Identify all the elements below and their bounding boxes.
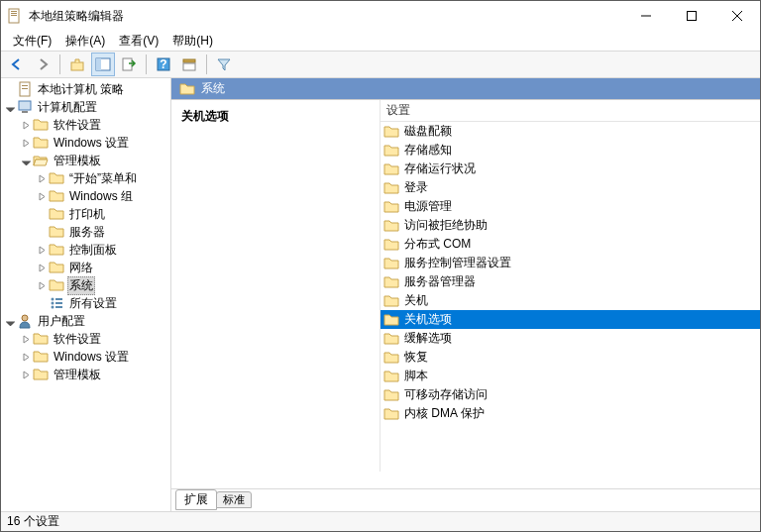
folder-icon bbox=[383, 237, 399, 253]
filter-button[interactable] bbox=[212, 53, 236, 76]
toolbar-separator bbox=[206, 54, 207, 74]
tree-computer-config[interactable]: 计算机配置 bbox=[1, 98, 171, 116]
list-item[interactable]: 关机选项 bbox=[380, 310, 760, 329]
window-title: 本地组策略编辑器 bbox=[29, 8, 623, 25]
list-item[interactable]: 服务器管理器 bbox=[380, 272, 760, 291]
path-bar: 系统 bbox=[171, 78, 760, 100]
tree-control-panel[interactable]: 控制面板 bbox=[1, 241, 171, 259]
tab-standard[interactable]: 标准 bbox=[216, 491, 252, 508]
tab-extended[interactable]: 扩展 bbox=[175, 489, 217, 510]
nav-back-button[interactable] bbox=[5, 53, 29, 76]
list-item[interactable]: 磁盘配额 bbox=[380, 122, 760, 141]
list-item[interactable]: 存储感知 bbox=[380, 141, 760, 160]
folder-icon bbox=[33, 349, 49, 365]
tree-admin-templates[interactable]: 管理模板 bbox=[1, 152, 171, 169]
tree-servers[interactable]: 服务器 bbox=[1, 223, 171, 241]
list-item[interactable]: 电源管理 bbox=[380, 197, 760, 216]
svg-rect-8 bbox=[71, 62, 83, 70]
settings-list[interactable]: 磁盘配额存储感知存储运行状况登录电源管理访问被拒绝协助分布式 COM服务控制管理… bbox=[380, 122, 760, 472]
close-button[interactable] bbox=[714, 1, 760, 31]
show-hide-tree-button[interactable] bbox=[91, 53, 115, 76]
folder-icon bbox=[179, 81, 195, 97]
svg-rect-5 bbox=[688, 12, 697, 21]
folder-icon bbox=[383, 124, 399, 140]
menu-bar: 文件(F) 操作(A) 查看(V) 帮助(H) bbox=[1, 31, 760, 51]
maximize-button[interactable] bbox=[669, 1, 714, 31]
svg-rect-24 bbox=[55, 302, 62, 304]
list-item[interactable]: 内核 DMA 保护 bbox=[380, 404, 760, 423]
folder-icon bbox=[383, 387, 399, 403]
properties-button[interactable] bbox=[177, 53, 201, 76]
folder-icon bbox=[49, 277, 64, 293]
nav-forward-button[interactable] bbox=[31, 53, 54, 76]
folder-icon bbox=[383, 161, 399, 177]
tree-u-software-settings[interactable]: 软件设置 bbox=[1, 330, 171, 348]
folder-icon bbox=[49, 188, 64, 204]
menu-action[interactable]: 操作(A) bbox=[59, 32, 111, 51]
settings-list-panel: 设置 磁盘配额存储感知存储运行状况登录电源管理访问被拒绝协助分布式 COM服务控… bbox=[380, 100, 760, 488]
nav-tree[interactable]: 本地计算机 策略计算机配置软件设置Windows 设置管理模板“开始”菜单和Wi… bbox=[1, 78, 171, 494]
tree-horizontal-scrollbar[interactable] bbox=[1, 494, 170, 511]
menu-help[interactable]: 帮助(H) bbox=[166, 32, 219, 51]
tree-user-config[interactable]: 用户配置 bbox=[1, 312, 171, 330]
folder-icon bbox=[17, 81, 33, 97]
app-icon bbox=[7, 8, 23, 24]
list-item[interactable]: 可移动存储访问 bbox=[380, 385, 760, 404]
tree-windows-components[interactable]: Windows 组 bbox=[1, 187, 171, 205]
export-button[interactable] bbox=[117, 53, 141, 76]
list-item[interactable]: 缓解选项 bbox=[380, 329, 760, 348]
tree-root[interactable]: 本地计算机 策略 bbox=[1, 80, 171, 98]
folder-icon bbox=[383, 331, 399, 347]
folder-icon bbox=[383, 256, 399, 271]
tree-u-windows-settings[interactable]: Windows 设置 bbox=[1, 348, 171, 366]
folder-icon bbox=[49, 206, 64, 222]
list-item[interactable]: 登录 bbox=[380, 178, 760, 197]
list-item[interactable]: 关机 bbox=[380, 291, 760, 310]
folder-icon bbox=[17, 99, 33, 115]
list-horizontal-scrollbar[interactable] bbox=[380, 472, 760, 488]
folder-icon bbox=[383, 274, 399, 290]
folder-icon bbox=[383, 406, 399, 422]
folder-icon bbox=[33, 153, 49, 168]
toolbar-separator bbox=[146, 54, 147, 74]
svg-rect-18 bbox=[22, 88, 28, 89]
tree-printers[interactable]: 打印机 bbox=[1, 205, 171, 223]
tree-start-menu[interactable]: “开始”菜单和 bbox=[1, 169, 171, 187]
folder-icon bbox=[33, 331, 49, 347]
title-bar[interactable]: 本地组策略编辑器 bbox=[1, 1, 760, 31]
tree-network[interactable]: 网络 bbox=[1, 259, 171, 276]
menu-file[interactable]: 文件(F) bbox=[7, 32, 57, 51]
list-item[interactable]: 脚本 bbox=[380, 367, 760, 385]
tree-windows-settings[interactable]: Windows 设置 bbox=[1, 134, 171, 152]
minimize-button[interactable] bbox=[623, 1, 669, 31]
folder-icon bbox=[383, 199, 399, 215]
up-button[interactable] bbox=[65, 53, 89, 76]
menu-view[interactable]: 查看(V) bbox=[113, 32, 164, 51]
path-label: 系统 bbox=[201, 80, 225, 97]
folder-icon bbox=[49, 170, 64, 186]
tree-all-settings[interactable]: 所有设置 bbox=[1, 294, 171, 312]
folder-icon bbox=[49, 260, 64, 275]
svg-rect-15 bbox=[183, 63, 195, 70]
tree-software-settings[interactable]: 软件设置 bbox=[1, 116, 171, 134]
svg-text:?: ? bbox=[160, 57, 166, 71]
status-bar: 16 个设置 bbox=[1, 511, 760, 531]
folder-icon bbox=[383, 369, 399, 384]
list-item[interactable]: 分布式 COM bbox=[380, 235, 760, 254]
list-item[interactable]: 访问被拒绝协助 bbox=[380, 216, 760, 235]
tree-system[interactable]: 系统 bbox=[1, 276, 171, 294]
list-item[interactable]: 恢复 bbox=[380, 348, 760, 367]
right-pane: 系统 关机选项 设置 磁盘配额存储感知存储运行状况登录电源管理访问被拒绝协助分布… bbox=[171, 78, 760, 511]
help-button[interactable]: ? bbox=[152, 53, 175, 76]
list-column-header[interactable]: 设置 bbox=[380, 100, 760, 122]
svg-point-21 bbox=[52, 298, 54, 301]
view-tabs: 扩展 标准 bbox=[171, 489, 760, 511]
list-item[interactable]: 存储运行状况 bbox=[380, 160, 760, 178]
list-item[interactable]: 服务控制管理器设置 bbox=[380, 254, 760, 272]
main-body: 本地计算机 策略计算机配置软件设置Windows 设置管理模板“开始”菜单和Wi… bbox=[1, 78, 760, 511]
description-title: 关机选项 bbox=[181, 108, 370, 125]
svg-rect-2 bbox=[11, 13, 17, 14]
folder-icon bbox=[49, 242, 64, 258]
tree-u-admin-templates[interactable]: 管理模板 bbox=[1, 366, 171, 383]
folder-icon bbox=[33, 135, 49, 151]
